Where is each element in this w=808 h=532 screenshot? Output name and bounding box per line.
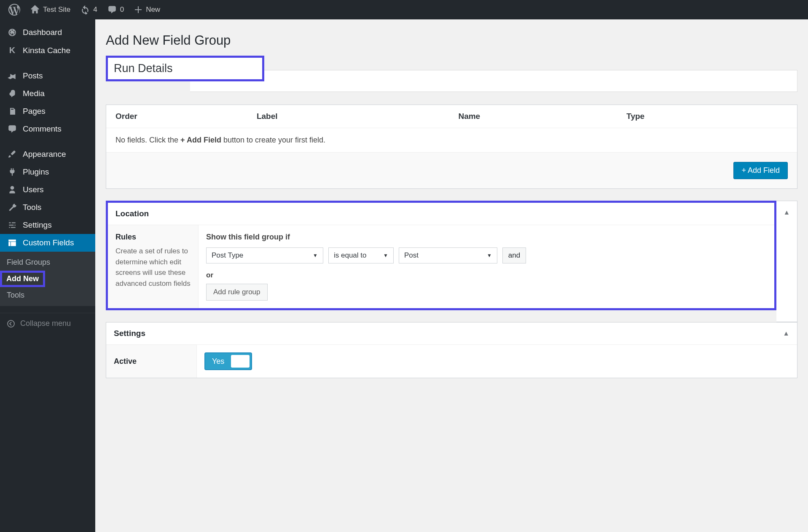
fields-empty-message: No fields. Click the + Add Field button …	[106, 128, 797, 153]
fields-footer: + Add Field	[106, 153, 797, 188]
location-main: Show this field group if Post Type▼ is e…	[199, 225, 774, 308]
th-label: Label	[257, 112, 459, 121]
sidebar-item-dashboard[interactable]: Dashboard	[0, 24, 95, 41]
site-link[interactable]: Test Site	[25, 0, 75, 19]
rule-param-select[interactable]: Post Type▼	[206, 247, 323, 263]
refresh-icon	[81, 5, 90, 14]
plug-icon	[7, 167, 18, 177]
svg-point-0	[8, 320, 14, 327]
sidebar-item-kinsta-cache[interactable]: KKinsta Cache	[0, 41, 95, 59]
wp-logo[interactable]	[3, 0, 25, 19]
custom-fields-submenu: Field Groups Add New Tools	[0, 252, 95, 306]
comment-icon	[107, 5, 117, 14]
collapse-panel-icon[interactable]: ▲	[784, 209, 790, 216]
settings-box: Settings ▲ Active Yes	[106, 322, 797, 378]
rule-row: Post Type▼ is equal to▼ Post▼ and	[206, 247, 767, 263]
settings-side: Active	[106, 345, 197, 378]
page-title: Add New Field Group	[106, 33, 797, 48]
submenu-add-new-highlight: Add New	[0, 271, 95, 287]
sliders-icon	[7, 220, 18, 230]
collapse-panel-icon[interactable]: ▲	[783, 330, 789, 337]
wrench-icon	[7, 203, 18, 212]
comments-count: 0	[120, 5, 124, 14]
submenu-tools[interactable]: Tools	[0, 287, 95, 304]
site-name: Test Site	[43, 5, 70, 14]
admin-bar: Test Site 4 0 New	[0, 0, 808, 19]
fields-icon	[7, 238, 18, 247]
add-and-rule-button[interactable]: and	[502, 247, 526, 263]
sidebar-item-settings[interactable]: Settings	[0, 216, 95, 234]
pages-icon	[7, 107, 18, 116]
chevron-down-icon: ▼	[487, 253, 492, 258]
new-label: New	[146, 5, 160, 14]
updates-link[interactable]: 4	[75, 0, 102, 19]
active-toggle[interactable]: Yes	[204, 352, 252, 370]
sidebar-item-users[interactable]: Users	[0, 181, 95, 199]
collapse-menu-button[interactable]: Collapse menu	[0, 313, 95, 334]
rule-value-select[interactable]: Post▼	[399, 247, 497, 263]
comments-icon	[7, 124, 18, 134]
submenu-field-groups[interactable]: Field Groups	[0, 254, 95, 271]
settings-title: Settings	[114, 329, 145, 338]
sidebar-item-plugins[interactable]: Plugins	[0, 163, 95, 181]
sidebar-item-appearance[interactable]: Appearance	[0, 145, 95, 163]
th-order: Order	[115, 112, 257, 121]
sidebar-item-posts[interactable]: Posts	[0, 67, 95, 85]
sidebar-item-tools[interactable]: Tools	[0, 199, 95, 216]
location-title: Location	[115, 209, 149, 218]
active-label: Active	[114, 357, 137, 366]
rules-label: Rules	[115, 233, 191, 242]
field-group-title-input[interactable]	[108, 58, 262, 79]
media-icon	[7, 89, 18, 98]
title-highlight	[106, 56, 264, 81]
main-content: Add New Field Group Order Label Name Typ…	[95, 19, 808, 532]
sidebar-item-custom-fields[interactable]: Custom Fields	[0, 234, 95, 252]
location-box: Location Rules Create a set of rules to …	[106, 201, 776, 310]
brush-icon	[7, 150, 18, 159]
sidebar-item-comments[interactable]: Comments	[0, 120, 95, 138]
dashboard-icon	[7, 28, 18, 37]
collapse-icon	[7, 320, 15, 328]
fields-box: Order Label Name Type No fields. Click t…	[106, 105, 797, 189]
condition-label: Show this field group if	[206, 233, 767, 242]
chevron-down-icon: ▼	[383, 253, 388, 258]
rules-description: Create a set of rules to determine which…	[115, 246, 191, 289]
fields-table-header: Order Label Name Type	[106, 105, 797, 128]
toggle-knob	[231, 355, 250, 368]
location-toggle-area: ▲	[776, 201, 797, 322]
plus-icon	[134, 5, 142, 14]
or-label: or	[206, 271, 767, 279]
chevron-down-icon: ▼	[313, 253, 318, 258]
sidebar-item-pages[interactable]: Pages	[0, 102, 95, 120]
home-icon	[30, 5, 40, 14]
th-name: Name	[458, 112, 626, 121]
new-content-link[interactable]: New	[129, 0, 165, 19]
updates-count: 4	[93, 5, 97, 14]
location-side: Rules Create a set of rules to determine…	[108, 225, 199, 308]
admin-sidebar: Dashboard KKinsta Cache Posts Media Page…	[0, 19, 95, 532]
add-field-button[interactable]: + Add Field	[733, 162, 788, 179]
th-type: Type	[626, 112, 788, 121]
sidebar-item-media[interactable]: Media	[0, 85, 95, 102]
pin-icon	[7, 71, 18, 81]
settings-main: Yes	[197, 345, 797, 378]
user-icon	[7, 185, 18, 194]
kinsta-icon: K	[7, 46, 18, 55]
submenu-add-new[interactable]: Add New	[2, 273, 43, 285]
comments-link[interactable]: 0	[102, 0, 129, 19]
rule-operator-select[interactable]: is equal to▼	[328, 247, 394, 263]
add-rule-group-button[interactable]: Add rule group	[206, 284, 268, 301]
